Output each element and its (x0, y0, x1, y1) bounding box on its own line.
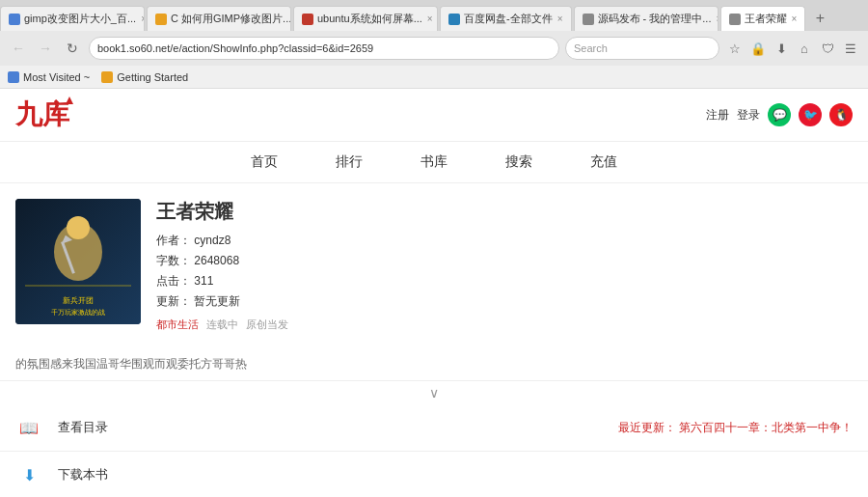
tab-ubuntu[interactable]: ubuntu系统如何屏幕... × (293, 6, 438, 31)
tab-label: ubuntu系统如何屏幕... (317, 12, 422, 26)
bookmark-label: Getting Started (117, 71, 188, 83)
home-icon[interactable]: ⌂ (795, 39, 814, 58)
catalog-icon: 📖 (15, 414, 42, 441)
svg-point-2 (67, 216, 90, 239)
menu-icon[interactable]: ☰ (841, 39, 860, 58)
logo-text: 九库 (15, 99, 69, 129)
wechat-icon[interactable]: 💬 (768, 103, 791, 126)
latest-chapter-link[interactable]: 最近更新： 第六百四十一章：北类第一中争！ (618, 420, 853, 436)
nav-item-home[interactable]: 首页 (251, 150, 278, 175)
book-cover: 新兵开团 千万玩家激战的战 (15, 199, 141, 324)
nav-menu: 首页 排行 书库 搜索 充值 (0, 142, 868, 183)
weibo-icon[interactable]: 🐦 (799, 103, 822, 126)
tab-close-btn[interactable]: × (716, 14, 718, 24)
tab-gimp[interactable]: gimp改变图片大小_百... × (0, 6, 145, 31)
description-text: 的氛围感来我国温哥华围观而观委托方哥哥热 (15, 357, 247, 371)
tab-label: C 如何用GIMP修改图片... (171, 12, 291, 26)
update-label: 更新： (156, 294, 191, 308)
register-link[interactable]: 注册 (706, 107, 729, 124)
tab-source[interactable]: 源码发布 - 我的管理中... × (574, 6, 719, 31)
tab-favicon (302, 14, 313, 25)
tab-label: 百度网盘-全部文件 (464, 12, 553, 26)
nav-bar: ← → ↻ book1.so60.net/e/action/ShowInfo.p… (0, 31, 868, 66)
tab-close-btn[interactable]: × (792, 14, 798, 24)
svg-text:新兵开团: 新兵开团 (63, 296, 94, 305)
nav-icons: ☆ 🔒 ⬇ ⌂ 🛡 ☰ (725, 39, 860, 58)
bookmarks-bar: Most Visited ~ Getting Started (0, 66, 868, 89)
author-value: cyndz8 (194, 234, 231, 247)
tab-favicon (729, 14, 741, 25)
tab-favicon (155, 14, 167, 25)
url-text: book1.so60.net/e/action/ShowInfo.php?cla… (97, 42, 373, 54)
tab-close-btn[interactable]: × (557, 14, 563, 24)
author-label: 作者： (156, 234, 191, 247)
book-wordcount: 字数： 2648068 (156, 253, 853, 269)
most-visited-bookmark[interactable]: Most Visited ~ (8, 71, 90, 83)
reload-button[interactable]: ↻ (62, 38, 83, 59)
book-title: 王者荣耀 (156, 199, 853, 225)
catalog-label[interactable]: 查看目录 (58, 419, 603, 436)
tab-label: gimp改变图片大小_百... (24, 12, 136, 26)
book-update: 更新： 暂无更新 (156, 293, 853, 310)
update-value: 暂无更新 (194, 294, 240, 308)
tab-gimp2[interactable]: C 如何用GIMP修改图片... × (147, 6, 291, 31)
tab-close-btn[interactable]: × (141, 14, 145, 24)
download-nav-icon[interactable]: ⬇ (772, 39, 791, 58)
header-right: 注册 登录 💬 🐦 🐧 (706, 103, 853, 126)
bookmark-favicon (8, 71, 19, 83)
svg-text:千万玩家激战的战: 千万玩家激战的战 (51, 309, 105, 317)
shield-icon[interactable]: 🛡 (818, 39, 837, 58)
qq-icon[interactable]: 🐧 (829, 103, 853, 126)
new-tab-button[interactable]: + (807, 6, 832, 31)
page-content: 九库 注册 登录 💬 🐦 🐧 首页 排行 书库 搜索 充值 (0, 89, 868, 497)
book-author: 作者： cyndz8 (156, 233, 853, 249)
latest-label: 最近更新： (618, 421, 676, 434)
getting-started-bookmark[interactable]: Getting Started (101, 71, 188, 83)
tab-favicon (9, 14, 20, 25)
tab-favicon (583, 14, 594, 25)
views-value: 311 (194, 274, 213, 288)
tab-bar: gimp改变图片大小_百... × C 如何用GIMP修改图片... × ubu… (0, 0, 868, 31)
tag-genre[interactable]: 都市生活 (156, 318, 199, 332)
forward-button[interactable]: → (35, 38, 56, 59)
download-label[interactable]: 下载本书 (58, 466, 853, 483)
nav-item-search[interactable]: 搜索 (505, 150, 532, 175)
star-icon[interactable]: ☆ (725, 39, 745, 58)
wordcount-label: 字数： (156, 254, 191, 267)
login-link[interactable]: 登录 (737, 107, 760, 124)
nav-item-rank[interactable]: 排行 (336, 150, 363, 175)
expand-button[interactable]: ∨ (0, 381, 868, 404)
tab-label: 王者荣耀 (745, 12, 787, 26)
tab-wangzhe[interactable]: 王者荣耀 × (720, 6, 806, 31)
book-info: 王者荣耀 作者： cyndz8 字数： 2648068 点击： 311 更新： … (156, 199, 853, 332)
site-logo[interactable]: 九库 (15, 97, 69, 133)
book-views: 点击： 311 (156, 273, 853, 290)
download-icon: ⬇ (15, 461, 42, 488)
nav-item-library[interactable]: 书库 (420, 150, 448, 175)
site-header: 九库 注册 登录 💬 🐦 🐧 (0, 89, 868, 142)
bookmark-favicon (101, 71, 113, 83)
download-action-row: ⬇ 下载本书 (0, 452, 868, 497)
wordcount-value: 2648068 (194, 254, 239, 267)
book-detail: 新兵开团 千万玩家激战的战 王者荣耀 作者： cyndz8 字数： 264806… (0, 183, 868, 347)
tab-baidu[interactable]: 百度网盘-全部文件 × (440, 6, 572, 31)
tag-separator: 连载中 (206, 318, 238, 332)
views-label: 点击： (156, 274, 191, 288)
search-bar[interactable]: Search (565, 37, 719, 60)
nav-item-charge[interactable]: 充值 (590, 150, 617, 175)
lock-icon[interactable]: 🔒 (748, 39, 768, 58)
browser-chrome: gimp改变图片大小_百... × C 如何用GIMP修改图片... × ubu… (0, 0, 868, 89)
catalog-action-row: 📖 查看目录 最近更新： 第六百四十一章：北类第一中争！ (0, 404, 868, 452)
book-tags: 都市生活 连载中 原创当发 (156, 318, 853, 332)
tab-close-btn[interactable]: × (427, 14, 433, 24)
back-button[interactable]: ← (8, 38, 29, 59)
url-bar[interactable]: book1.so60.net/e/action/ShowInfo.php?cla… (89, 37, 559, 60)
bookmark-label: Most Visited ~ (23, 71, 90, 83)
cover-image: 新兵开团 千万玩家激战的战 (15, 199, 141, 324)
book-description: 的氛围感来我国温哥华围观而观委托方哥哥热 (0, 347, 868, 381)
search-placeholder: Search (574, 42, 608, 54)
tag-original: 原创当发 (246, 318, 288, 332)
tab-label: 源码发布 - 我的管理中... (598, 12, 712, 26)
latest-chapter: 第六百四十一章：北类第一中争！ (679, 421, 853, 434)
tab-favicon (448, 14, 460, 25)
